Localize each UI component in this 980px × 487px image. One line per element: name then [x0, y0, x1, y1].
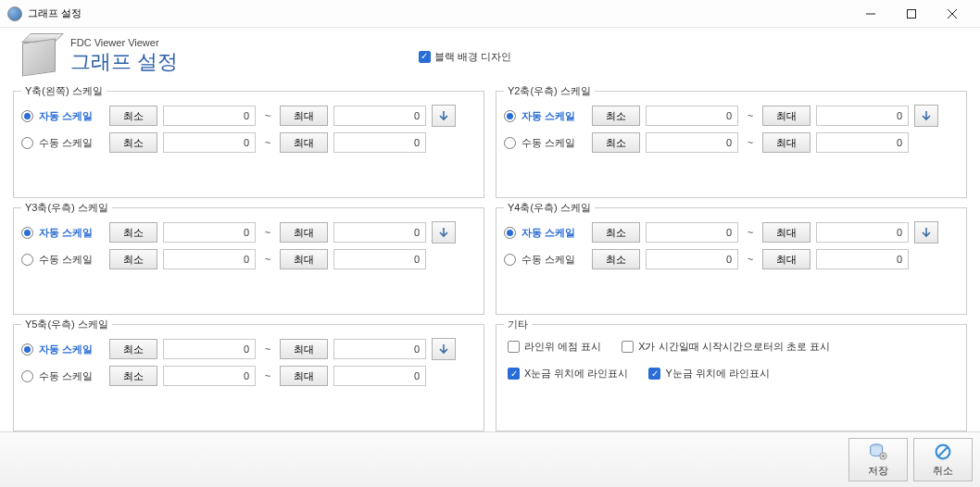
- radio-manual-label-y4: 수동 스케일: [521, 253, 586, 267]
- radio-auto-y5[interactable]: [21, 343, 33, 356]
- radio-auto-y2[interactable]: [504, 110, 516, 122]
- apply-down-button-y2[interactable]: [914, 105, 938, 127]
- max-label-auto-y3: 최대: [280, 222, 328, 243]
- close-button[interactable]: [932, 1, 973, 27]
- min-label-auto-y2: 최소: [592, 106, 640, 126]
- max-label-manual-y4: 최대: [762, 249, 810, 269]
- radio-manual-y5[interactable]: [21, 370, 33, 382]
- max-input-manual-y3[interactable]: [333, 249, 426, 269]
- legend-y5: Y5축(우측) 스케일: [21, 318, 112, 331]
- fieldset-y3: Y3축(우측) 스케일 자동 스케일 최소 ~ 최대 수동 스케일 최소 ~ 최…: [13, 207, 484, 315]
- min-label-auto-y1: 최소: [109, 106, 157, 126]
- max-input-auto-y1[interactable]: [333, 106, 426, 126]
- min-input-auto-y2[interactable]: [646, 106, 738, 126]
- min-label-auto-y4: 최소: [592, 222, 640, 243]
- min-label-manual-y1: 최소: [109, 132, 157, 153]
- svg-line-8: [938, 447, 948, 456]
- min-label-auto-y3: 최소: [109, 222, 157, 243]
- checkbox-x-grid-lines-label: X눈금 위치에 라인표시: [524, 367, 628, 381]
- tilde: ~: [261, 254, 274, 265]
- min-label-manual-y2: 최소: [592, 132, 640, 153]
- min-input-auto-y3[interactable]: [163, 222, 256, 243]
- checkbox-x-grid-lines[interactable]: [508, 368, 520, 380]
- radio-manual-y3[interactable]: [21, 254, 33, 266]
- min-label-manual-y5: 최소: [109, 366, 157, 386]
- svg-point-6: [882, 455, 885, 457]
- cancel-icon: [933, 442, 953, 462]
- black-bg-label: 블랙 배경 디자인: [434, 50, 511, 64]
- tilde: ~: [261, 137, 274, 148]
- checkbox-line-dots[interactable]: [508, 341, 520, 353]
- tilde: ~: [261, 343, 274, 355]
- max-label-manual-y3: 최대: [280, 249, 328, 269]
- min-input-manual-y2[interactable]: [646, 132, 738, 153]
- fieldset-y2: Y2축(우측) 스케일 자동 스케일 최소 ~ 최대 수동 스케일 최소 ~ 최…: [496, 91, 967, 198]
- tilde: ~: [744, 227, 757, 238]
- min-input-manual-y4[interactable]: [646, 249, 738, 269]
- min-label-manual-y3: 최소: [109, 249, 157, 269]
- database-gear-icon: [868, 442, 888, 462]
- app-icon: [7, 6, 22, 21]
- max-label-manual-y2: 최대: [762, 132, 810, 153]
- radio-auto-label-y4: 자동 스케일: [521, 226, 586, 240]
- radio-manual-y2[interactable]: [504, 137, 516, 149]
- max-input-auto-y5[interactable]: [333, 339, 426, 359]
- radio-auto-y4[interactable]: [504, 227, 516, 239]
- save-button-label: 저장: [868, 464, 888, 478]
- fieldset-etc: 기타 라인위 에점 표시 X가 시간일때 시작시간으로터의 초로 표시 X눈금 …: [496, 324, 967, 431]
- fieldset-y5: Y5축(우측) 스케일 자동 스케일 최소 ~ 최대 수동 스케일 최소 ~ 최…: [13, 324, 484, 431]
- radio-auto-y3[interactable]: [21, 227, 33, 239]
- min-label-manual-y4: 최소: [592, 249, 640, 269]
- max-label-manual-y1: 최대: [280, 132, 328, 153]
- window-title: 그래프 설정: [28, 6, 82, 20]
- min-input-manual-y1[interactable]: [163, 132, 256, 153]
- min-input-auto-y1[interactable]: [163, 106, 256, 126]
- tilde: ~: [744, 110, 757, 121]
- legend-y1: Y축(왼쪽) 스케일: [21, 84, 107, 98]
- tilde: ~: [261, 370, 274, 381]
- max-input-manual-y2[interactable]: [816, 132, 909, 153]
- max-input-manual-y4[interactable]: [816, 249, 909, 269]
- min-input-manual-y5[interactable]: [163, 366, 256, 386]
- max-label-auto-y2: 최대: [762, 106, 810, 126]
- max-input-manual-y1[interactable]: [333, 132, 426, 153]
- max-input-auto-y4[interactable]: [816, 222, 909, 243]
- apply-down-button-y3[interactable]: [432, 221, 456, 244]
- cancel-button[interactable]: 취소: [913, 438, 973, 481]
- legend-y3: Y3축(우측) 스케일: [21, 201, 112, 215]
- black-bg-checkbox[interactable]: [419, 51, 431, 63]
- page-title: 그래프 설정: [70, 48, 178, 76]
- save-button[interactable]: 저장: [848, 438, 908, 481]
- legend-y2: Y2축(우측) 스케일: [504, 84, 595, 98]
- max-label-manual-y5: 최대: [280, 366, 328, 386]
- checkbox-line-dots-label: 라인위 에점 표시: [524, 340, 601, 354]
- min-input-manual-y3[interactable]: [163, 249, 256, 269]
- checkbox-x-time-seconds[interactable]: [622, 341, 634, 353]
- checkbox-y-grid-lines[interactable]: [648, 368, 660, 380]
- cube-icon: [19, 35, 61, 78]
- max-input-auto-y2[interactable]: [816, 106, 909, 126]
- content-grid: Y축(왼쪽) 스케일 자동 스케일 최소 ~ 최대 수동 스케일 최소 ~ 최대…: [0, 87, 980, 431]
- apply-down-button-y1[interactable]: [432, 105, 456, 127]
- radio-manual-y4[interactable]: [504, 254, 516, 266]
- apply-down-button-y4[interactable]: [914, 221, 938, 244]
- radio-manual-label-y2: 수동 스케일: [521, 136, 586, 150]
- radio-auto-y1[interactable]: [21, 110, 33, 122]
- maximize-button[interactable]: [891, 1, 932, 27]
- radio-auto-label-y5: 자동 스케일: [39, 343, 104, 356]
- max-input-manual-y5[interactable]: [333, 366, 426, 386]
- max-input-auto-y3[interactable]: [333, 222, 426, 243]
- radio-auto-label-y3: 자동 스케일: [39, 226, 104, 240]
- minimize-button[interactable]: [850, 1, 891, 27]
- page-header: FDC Viewer Viewer 그래프 설정 블랙 배경 디자인: [0, 28, 980, 87]
- min-input-auto-y4[interactable]: [646, 222, 738, 243]
- apply-down-button-y5[interactable]: [432, 338, 456, 360]
- checkbox-x-time-seconds-label: X가 시간일때 시작시간으로터의 초로 표시: [638, 340, 830, 354]
- tilde: ~: [261, 227, 274, 238]
- max-label-auto-y5: 최대: [280, 339, 328, 359]
- header-subtitle: FDC Viewer Viewer: [70, 37, 178, 48]
- radio-manual-y1[interactable]: [21, 137, 33, 149]
- radio-manual-label-y3: 수동 스케일: [39, 253, 104, 267]
- min-input-auto-y5[interactable]: [163, 339, 256, 359]
- radio-auto-label-y1: 자동 스케일: [39, 109, 104, 123]
